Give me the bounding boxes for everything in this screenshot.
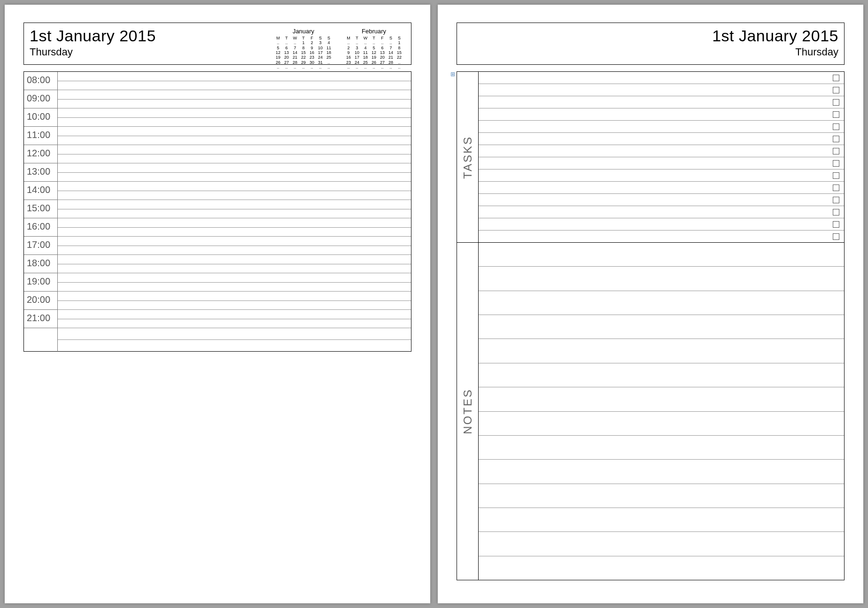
task-row[interactable] [479,133,844,145]
note-row[interactable] [479,267,844,291]
task-row[interactable] [479,206,844,218]
task-row[interactable] [479,84,844,96]
schedule-half-hour[interactable] [58,182,411,191]
task-checkbox[interactable] [833,221,839,228]
task-row[interactable] [479,96,844,108]
notes-section: NOTES [457,243,844,580]
note-row[interactable] [479,243,844,267]
mini-calendar-day: 1 [395,40,403,45]
task-row[interactable] [479,182,844,194]
notes-label: NOTES [461,388,474,434]
schedule-slot[interactable] [58,72,411,90]
schedule-slot[interactable] [58,237,411,255]
schedule-half-hour[interactable] [58,118,411,127]
note-row[interactable] [479,363,844,387]
schedule-half-hour[interactable] [58,90,411,100]
schedule-half-hour[interactable] [58,145,411,154]
schedule-slot[interactable] [58,163,411,182]
schedule-half-hour[interactable] [58,255,411,264]
schedule-half-hour[interactable] [58,310,411,319]
task-row[interactable] [479,72,844,84]
note-row[interactable] [479,508,844,532]
schedule-half-hour[interactable] [58,136,411,146]
note-row[interactable] [479,387,844,411]
schedule-half-hour[interactable] [58,81,411,91]
task-row[interactable] [479,169,844,182]
schedule-half-hour[interactable] [58,264,411,274]
schedule-slot[interactable] [58,200,411,218]
schedule-half-hour[interactable] [58,340,411,352]
note-row[interactable] [479,532,844,556]
schedule-half-hour[interactable] [58,319,411,329]
task-row[interactable] [479,194,844,206]
schedule-half-hour[interactable] [58,154,411,164]
schedule-half-hour[interactable] [58,173,411,182]
schedule-slot[interactable] [58,273,411,292]
note-row[interactable] [479,556,844,580]
schedule-half-hour[interactable] [58,218,411,228]
task-checkbox[interactable] [833,233,839,240]
schedule-half-hour[interactable] [58,200,411,209]
schedule-half-hour[interactable] [58,246,411,255]
task-checkbox[interactable] [833,87,839,93]
schedule-slot[interactable] [58,310,411,328]
schedule-slot[interactable] [58,90,411,108]
schedule-half-hour[interactable] [58,127,411,136]
note-row[interactable] [479,339,844,363]
schedule-slot[interactable] [58,127,411,145]
schedule-slot[interactable] [58,182,411,200]
mini-calendar-day: 9 [344,50,353,55]
schedule-time: 20:00 [24,292,58,310]
task-checkbox[interactable] [833,111,839,118]
task-checkbox[interactable] [833,136,839,142]
schedule-half-hour[interactable] [58,237,411,246]
note-row[interactable] [479,315,844,339]
task-row[interactable] [479,121,844,133]
note-row[interactable] [479,412,844,436]
note-row[interactable] [479,291,844,315]
schedule-half-hour[interactable] [58,72,411,81]
tasks-label: TASKS [461,136,474,179]
schedule-half-hour[interactable] [58,292,411,301]
schedule-half-hour[interactable] [58,301,411,310]
mini-calendar-day: 12 [274,50,282,55]
schedule-slot[interactable] [58,145,411,163]
schedule-half-hour[interactable] [58,163,411,173]
task-checkbox[interactable] [833,209,839,215]
task-row[interactable] [479,108,844,121]
task-row[interactable] [479,145,844,157]
schedule-slot[interactable] [58,108,411,127]
mini-calendar-day: 2 [308,40,316,45]
mini-calendar-day: .. [353,65,361,69]
task-checkbox[interactable] [833,160,839,167]
task-checkbox[interactable] [833,197,839,203]
mini-calendar-day: 28 [387,60,395,65]
schedule-half-hour[interactable] [58,283,411,292]
mini-calendar-day: 16 [344,55,353,60]
note-row[interactable] [479,484,844,508]
schedule-slot[interactable] [58,255,411,273]
schedule-half-hour[interactable] [58,108,411,118]
schedule-half-hour[interactable] [58,100,411,109]
note-row[interactable] [479,460,844,484]
task-checkbox[interactable] [833,123,839,130]
task-checkbox[interactable] [833,148,839,154]
task-checkbox[interactable] [833,185,839,191]
schedule-slot[interactable] [58,292,411,310]
task-checkbox[interactable] [833,99,839,106]
schedule-half-hour[interactable] [58,273,411,283]
schedule-half-hour[interactable] [58,191,411,200]
mini-calendar-day: 31 [316,60,325,65]
schedule-half-hour[interactable] [58,328,411,340]
schedule-slot[interactable] [58,218,411,237]
schedule-half-hour[interactable] [58,228,411,237]
task-row[interactable] [479,231,844,243]
schedule-half-hour[interactable] [58,209,411,219]
mini-calendar-day: 13 [378,50,387,55]
task-checkbox[interactable] [833,75,839,81]
task-row[interactable] [479,218,844,231]
schedule-slot[interactable] [58,328,411,352]
task-checkbox[interactable] [833,172,839,179]
note-row[interactable] [479,436,844,460]
task-row[interactable] [479,157,844,169]
